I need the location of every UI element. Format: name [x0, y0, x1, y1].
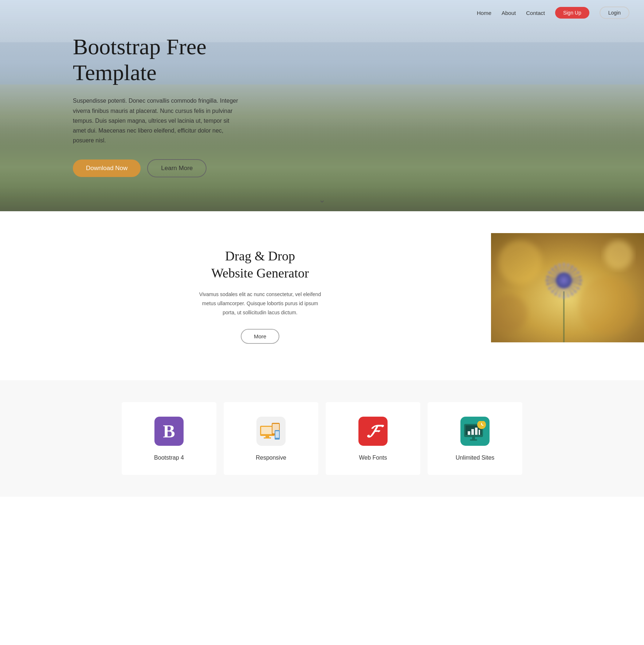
- hero-description: Suspendisse potenti. Donec convallis com…: [73, 96, 240, 145]
- login-button[interactable]: Login: [600, 7, 629, 19]
- navbar: Home About Contact Sign Up Login: [0, 0, 644, 25]
- svg-point-33: [571, 266, 573, 268]
- svg-point-44: [558, 295, 561, 297]
- svg-rect-66: [471, 429, 474, 435]
- dragdrop-title: Drag & DropWebsite Generator: [211, 248, 309, 282]
- svg-point-34: [574, 268, 577, 270]
- nav-links: Home About Contact Sign Up Login: [477, 7, 629, 19]
- nav-about[interactable]: About: [502, 10, 516, 16]
- hero-title: Bootstrap Free Template: [73, 34, 240, 86]
- responsive-screens-svg: [260, 422, 282, 440]
- feature-webfonts-label: Web Fonts: [359, 455, 387, 461]
- svg-point-54: [558, 264, 561, 266]
- svg-point-45: [554, 293, 557, 295]
- svg-point-2: [578, 277, 637, 335]
- svg-point-42: [567, 295, 569, 297]
- svg-point-53: [554, 266, 557, 268]
- dragdrop-description: Vivamus sodales elit ac nunc consectetur…: [198, 290, 322, 318]
- hero-buttons: Download Now Learn More: [73, 159, 240, 177]
- svg-rect-5: [563, 291, 565, 342]
- svg-point-4: [491, 295, 527, 331]
- svg-point-50: [546, 276, 549, 278]
- svg-rect-69: [472, 437, 475, 439]
- svg-point-3: [604, 240, 633, 270]
- bootstrap-icon: B: [154, 417, 184, 446]
- features-section: B Bootstrap 4: [0, 380, 644, 497]
- svg-point-49: [546, 279, 548, 282]
- svg-rect-67: [475, 428, 478, 435]
- svg-rect-65: [468, 431, 470, 435]
- webfonts-icon: 𝓕: [358, 417, 388, 446]
- feature-responsive: Responsive: [224, 402, 318, 475]
- svg-point-46: [551, 291, 553, 293]
- nav-contact[interactable]: Contact: [526, 10, 545, 16]
- svg-point-39: [577, 287, 580, 290]
- dragdrop-text: Drag & DropWebsite Generator Vivamus sod…: [0, 233, 491, 358]
- svg-point-35: [577, 271, 580, 274]
- feature-bootstrap-label: Bootstrap 4: [154, 455, 184, 461]
- more-button[interactable]: More: [241, 329, 279, 344]
- svg-point-38: [579, 283, 581, 285]
- dragdrop-image: [491, 233, 644, 358]
- nav-home[interactable]: Home: [477, 10, 491, 16]
- svg-point-30: [556, 272, 572, 288]
- learn-more-button[interactable]: Learn More: [147, 159, 207, 177]
- svg-point-36: [579, 276, 581, 278]
- hero-section: Bootstrap Free Template Suspendisse pote…: [0, 0, 644, 211]
- svg-point-41: [571, 293, 573, 295]
- download-button[interactable]: Download Now: [73, 160, 141, 177]
- unlimited-monitor-svg: [463, 421, 487, 441]
- svg-rect-68: [479, 430, 480, 435]
- scroll-down-icon[interactable]: ⌄: [319, 195, 325, 205]
- feature-webfonts: 𝓕 Web Fonts: [326, 402, 420, 475]
- svg-point-51: [548, 271, 550, 274]
- unlimited-icon: [460, 417, 490, 446]
- svg-point-32: [567, 264, 569, 266]
- svg-rect-56: [261, 427, 274, 434]
- svg-point-31: [563, 263, 565, 265]
- flower-image-svg: [491, 233, 644, 342]
- feature-unlimited-label: Unlimited Sites: [456, 455, 495, 461]
- svg-rect-58: [264, 437, 271, 438]
- signup-button[interactable]: Sign Up: [555, 7, 589, 19]
- feature-responsive-label: Responsive: [256, 455, 286, 461]
- svg-rect-70: [470, 439, 477, 441]
- features-grid: B Bootstrap 4: [122, 402, 522, 475]
- hero-content: Bootstrap Free Template Suspendisse pote…: [0, 34, 240, 178]
- svg-rect-57: [266, 436, 269, 437]
- svg-point-37: [580, 279, 582, 282]
- svg-point-1: [498, 240, 542, 284]
- feature-bootstrap: B Bootstrap 4: [122, 402, 216, 475]
- responsive-icon: [256, 417, 286, 446]
- svg-point-48: [546, 283, 549, 285]
- svg-point-52: [551, 268, 553, 270]
- webfonts-f-letter: 𝓕: [367, 421, 380, 442]
- dragdrop-section: Drag & DropWebsite Generator Vivamus sod…: [0, 211, 644, 380]
- feature-unlimited: Unlimited Sites: [428, 402, 522, 475]
- svg-point-47: [548, 287, 550, 290]
- svg-point-40: [574, 291, 577, 293]
- svg-point-43: [563, 296, 565, 299]
- svg-rect-62: [275, 431, 279, 438]
- bootstrap-b-letter: B: [163, 421, 175, 442]
